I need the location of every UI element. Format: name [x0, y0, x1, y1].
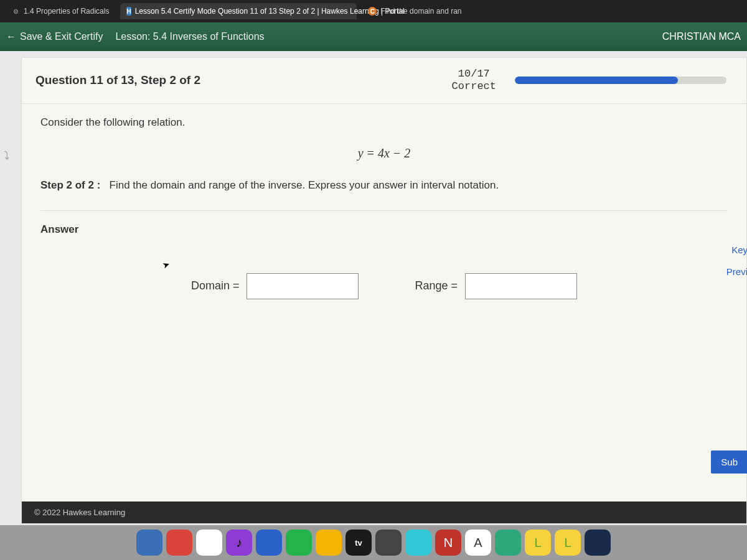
dock-font-icon[interactable]: A — [465, 530, 491, 556]
step-instruction: Step 2 of 2 : Find the domain and range … — [40, 179, 728, 192]
dock-app-6[interactable] — [286, 530, 312, 556]
inputs-row: Domain = Range = — [40, 273, 728, 299]
answer-section: Answer Domain = Range = — [40, 210, 728, 299]
domain-input[interactable] — [247, 273, 359, 299]
dock-app-5[interactable] — [256, 530, 282, 556]
dock-steam-icon[interactable] — [585, 530, 611, 556]
save-exit-label: Save & Exit Certify — [20, 31, 103, 42]
dock-app-11[interactable]: N — [435, 530, 461, 556]
lesson-title: Lesson: 5.4 Inverses of Functions — [115, 31, 264, 42]
question-header: Question 11 of 13, Step 2 of 2 10/17 Cor… — [22, 58, 746, 104]
question-title: Question 11 of 13, Step 2 of 2 — [35, 73, 433, 87]
dock-app-3[interactable] — [196, 530, 222, 556]
keyboard-shortcuts-link[interactable]: Key — [726, 245, 747, 255]
expand-caret-icon[interactable]: ⤵ — [4, 149, 9, 162]
lesson-header-bar: ← Save & Exit Certify Lesson: 5.4 Invers… — [0, 22, 747, 51]
score-box: 10/17 Correct — [433, 68, 515, 93]
dock-app-7[interactable] — [316, 530, 342, 556]
equation-text: y = 4x − 2 — [40, 146, 728, 161]
domain-label: Domain = — [191, 279, 240, 292]
browser-tabs-bar: ⚙ 1.4 Properties of Radicals H Lesson 5.… — [0, 0, 747, 22]
side-links: Key Previ — [726, 245, 747, 288]
tab-label: Find the domain and ran — [380, 7, 461, 16]
range-label: Range = — [415, 279, 458, 292]
question-body: Consider the following relation. y = 4x … — [22, 104, 746, 312]
save-exit-certify-link[interactable]: ← Save & Exit Certify — [6, 31, 103, 42]
dock-app-10[interactable] — [405, 530, 431, 556]
browser-tab-radicals[interactable]: ⚙ 1.4 Properties of Radicals — [5, 3, 115, 19]
dock-appletv-icon[interactable]: tv — [345, 530, 372, 556]
submit-button[interactable]: Sub — [711, 450, 747, 474]
macos-dock: ♪ tv N A L L — [0, 525, 747, 560]
range-input[interactable] — [465, 273, 577, 299]
copyright-text: © 2022 Hawkes Learning — [34, 508, 125, 517]
score-fraction: 10/17 — [452, 68, 496, 80]
step-prefix: Step 2 of 2 : — [40, 179, 100, 191]
arrow-left-icon: ← — [6, 31, 16, 42]
progress-fill — [515, 77, 678, 84]
hawkes-icon: H — [126, 7, 131, 16]
step-text: Find the domain and range of the inverse… — [110, 179, 499, 191]
progress-bar — [515, 77, 726, 84]
dock-app-13[interactable] — [495, 530, 521, 556]
gear-icon: ⚙ — [11, 7, 20, 16]
dock-app-1[interactable] — [136, 530, 162, 556]
browser-tab-chegg[interactable]: C Find the domain and ran — [362, 3, 467, 19]
user-name: CHRISTIAN MCA — [662, 31, 741, 42]
dock-app-2[interactable] — [166, 530, 192, 556]
browser-tab-hawkes[interactable]: H Lesson 5.4 Certify Mode Question 11 of… — [120, 3, 357, 19]
dock-app-14[interactable]: L — [525, 530, 551, 556]
answer-label: Answer — [40, 223, 728, 236]
footer-bar: © 2022 Hawkes Learning — [22, 502, 746, 523]
appletv-label: tv — [355, 538, 362, 548]
dock-music-icon[interactable]: ♪ — [226, 530, 252, 556]
consider-text: Consider the following relation. — [40, 116, 728, 129]
score-label: Correct — [452, 80, 496, 93]
dock-app-15[interactable]: L — [555, 530, 581, 556]
dock-app-9[interactable] — [375, 530, 402, 556]
chegg-icon: C — [368, 7, 377, 16]
question-card: Question 11 of 13, Step 2 of 2 10/17 Cor… — [21, 57, 747, 524]
tab-label: 1.4 Properties of Radicals — [24, 7, 109, 16]
range-input-group: Range = — [415, 273, 577, 299]
previous-step-link[interactable]: Previ — [726, 266, 747, 277]
domain-input-group: Domain = — [191, 273, 359, 299]
